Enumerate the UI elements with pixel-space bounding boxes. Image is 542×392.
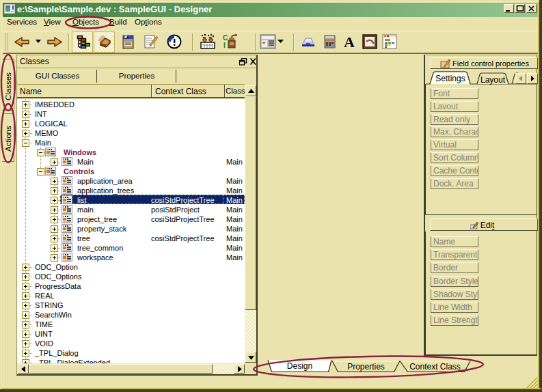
svg-text:C: C (223, 34, 228, 42)
svg-text:I: I (223, 42, 226, 49)
svg-text:A: A (344, 33, 355, 50)
